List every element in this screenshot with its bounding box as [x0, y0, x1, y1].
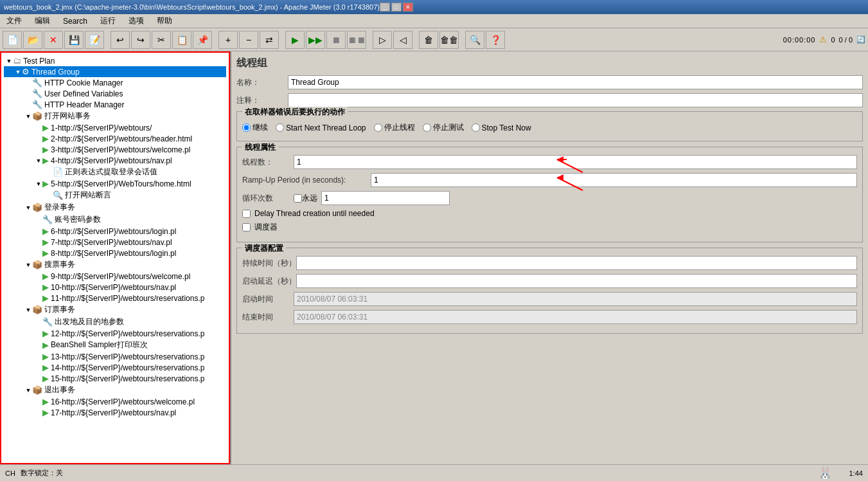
end-time-input[interactable] [294, 310, 857, 324]
save-button[interactable]: 💾 [64, 31, 84, 49]
menu-help[interactable]: 帮助 [153, 14, 176, 28]
menu-file[interactable]: 文件 [3, 14, 26, 28]
remote-stop-button[interactable]: ◁ [393, 31, 412, 49]
maximize-button[interactable]: □ [391, 3, 402, 12]
tree-item-regex1[interactable]: 📄 正则表达式提取登录会话值 [4, 166, 226, 178]
open-button[interactable]: 📂 [23, 31, 42, 49]
tree-item-tx4[interactable]: ▼ 📦 订票事务 [4, 304, 226, 316]
tree-item-s9[interactable]: ▶ 9-http://${ServerIP}/webtours/welcome.… [4, 271, 226, 282]
search-tb-button[interactable]: 🔍 [465, 31, 484, 49]
name-input[interactable] [288, 75, 863, 89]
tree-item-s2[interactable]: ▶ 2-http://${ServerIP}/webtours/header.h… [4, 133, 226, 144]
run-button[interactable]: ▶ [285, 31, 305, 49]
remote-start-button[interactable]: ▷ [373, 31, 392, 49]
save-as-button[interactable]: 📝 [85, 31, 104, 49]
tree-item-s6[interactable]: ▶ 6-http://${ServerIP}/webtours/login.pl [4, 226, 226, 237]
minimize-button[interactable]: _ [380, 3, 390, 12]
thread-props-content: 线程数： Ramp-Up Period (in seconds): [242, 152, 857, 233]
expand-icon-tg[interactable]: ▼ [14, 69, 22, 75]
tree-item-s5[interactable]: ▼ ▶ 5-http://${ServerIP}/WebTours/home.h… [4, 178, 226, 189]
tree-item-threadgroup[interactable]: ▼ ⚙ Thread Group [4, 66, 226, 77]
titlebar-controls[interactable]: _ □ ✕ [380, 3, 413, 12]
expand-s5[interactable]: ▼ [35, 181, 42, 187]
menu-run[interactable]: 运行 [96, 14, 120, 28]
tree-item-tx3[interactable]: ▼ 📦 搜票事务 [4, 259, 226, 271]
redo-button[interactable]: ↪ [131, 31, 150, 49]
tree-item-s16[interactable]: ▶ 16-http://${ServerIP}/webtours/welcome… [4, 396, 226, 407]
radio-start-next[interactable]: Start Next Thread Loop [276, 123, 366, 132]
tree-item-s13[interactable]: ▶ 13-http://${ServerIP}/webtours/reserva… [4, 351, 226, 362]
rampup-input[interactable] [371, 173, 857, 187]
scheduler-config-legend: 调度器配置 [242, 243, 286, 254]
tree-item-s15[interactable]: ▶ 15-http://${ServerIP}/webtours/reserva… [4, 373, 226, 384]
duration-input[interactable] [296, 256, 857, 270]
expand-tx1[interactable]: ▼ [24, 113, 32, 120]
main-area: ▼ 🗂 Test Plan ▼ ⚙ Thread Group 🔧 HTTP Co… [0, 51, 868, 464]
stop-button[interactable]: ⏹ [326, 31, 346, 49]
scheduler-config-content: 持续时间（秒） 启动延迟（秒） 启动时间 结束时间 [242, 253, 857, 324]
loop-input[interactable] [321, 191, 450, 205]
tree-label-params2: 出发地及目的地参数 [55, 316, 124, 327]
copy-button[interactable]: 📋 [172, 31, 191, 49]
forever-checkbox[interactable] [294, 194, 302, 203]
expand-button[interactable]: + [218, 31, 238, 49]
cut-button[interactable]: ✂ [152, 31, 171, 49]
scheduler-row: 调度器 [242, 222, 857, 233]
tree-item-s17[interactable]: ▶ 17-http://${ServerIP}/webtours/nav.pl [4, 407, 226, 418]
stop-now-button[interactable]: ⏹⏹ [347, 31, 366, 49]
start-time-input[interactable] [294, 292, 857, 306]
radio-stop-test[interactable]: 停止测试 [423, 122, 464, 133]
tree-item-s11[interactable]: ▶ 11-http://${ServerIP}/webtours/reserva… [4, 293, 226, 304]
undo-button[interactable]: ↩ [111, 31, 130, 49]
tree-item-s12[interactable]: ▶ 12-http://${ServerIP}/webtours/reserva… [4, 328, 226, 339]
tx2-icon: 📦 [32, 203, 42, 212]
comment-label: 注释： [236, 95, 288, 106]
tree-label-s11: 11-http://${ServerIP}/webtours/reservati… [51, 294, 204, 303]
expand-icon[interactable]: ▼ [5, 58, 13, 64]
tree-item-cookie[interactable]: 🔧 HTTP Cookie Manager [4, 77, 226, 88]
tree-item-s1[interactable]: ▶ 1-http://${ServerIP}/webtours/ [4, 122, 226, 133]
expand-tx2[interactable]: ▼ [24, 204, 32, 211]
clear-all-button[interactable]: 🗑🗑 [439, 31, 459, 49]
collapse-button[interactable]: − [239, 31, 258, 49]
menu-edit[interactable]: 编辑 [31, 14, 54, 28]
tree-item-uservars[interactable]: 🔧 User Defined Variables [4, 88, 226, 99]
toggle-button[interactable]: ⇄ [260, 31, 279, 49]
tree-item-httpheader[interactable]: 🔧 HTTP Header Manager [4, 99, 226, 110]
clear-button[interactable]: 🗑 [419, 31, 438, 49]
close-file-button[interactable]: ✕ [44, 31, 63, 49]
tree-item-beanshell[interactable]: ▶ BeanShell Sampler打印班次 [4, 339, 226, 351]
run-no-pause-button[interactable]: ▶▶ [306, 31, 325, 49]
scheduler-checkbox[interactable] [242, 223, 251, 231]
tree-item-s3[interactable]: ▶ 3-http://${ServerIP}/webtours/welcome.… [4, 144, 226, 155]
radio-stop-thread[interactable]: 停止线程 [374, 122, 415, 133]
tree-item-s10[interactable]: ▶ 10-http://${ServerIP}/webtours/nav.pl [4, 282, 226, 293]
tree-item-tx5[interactable]: ▼ 📦 退出事务 [4, 384, 226, 396]
expand-tx4[interactable]: ▼ [24, 307, 32, 313]
tree-item-listener1[interactable]: 🔍 打开网站断言 [4, 189, 226, 201]
radio-stop-test-now[interactable]: Stop Test Now [472, 123, 531, 132]
tree-label-regex1: 正则表达式提取登录会话值 [65, 167, 157, 177]
tree-item-testplan[interactable]: ▼ 🗂 Test Plan [4, 55, 226, 66]
tree-item-params2[interactable]: 🔧 出发地及目的地参数 [4, 316, 226, 328]
new-button[interactable]: 📄 [3, 31, 22, 49]
menu-options[interactable]: 选项 [125, 14, 148, 28]
tree-item-params1[interactable]: 🔧 账号密码参数 [4, 213, 226, 226]
menu-search[interactable]: Search [59, 15, 91, 27]
tree-item-s8[interactable]: ▶ 8-http://${ServerIP}/webtours/login.pl [4, 248, 226, 259]
delay-checkbox[interactable] [242, 210, 251, 218]
expand-s4[interactable]: ▼ [35, 158, 42, 164]
tree-item-s7[interactable]: ▶ 7-http://${ServerIP}/webtours/nav.pl [4, 237, 226, 248]
expand-tx5[interactable]: ▼ [24, 387, 32, 394]
tree-item-tx1[interactable]: ▼ 📦 打开网站事务 [4, 110, 226, 122]
radio-continue[interactable]: 继续 [242, 122, 268, 133]
tree-item-tx2[interactable]: ▼ 📦 登录事务 [4, 201, 226, 213]
close-button[interactable]: ✕ [403, 3, 413, 12]
tree-item-s14[interactable]: ▶ 14-http://${ServerIP}/webtours/reserva… [4, 362, 226, 373]
paste-button[interactable]: 📌 [193, 31, 212, 49]
expand-tx3[interactable]: ▼ [24, 262, 32, 268]
tree-item-s4[interactable]: ▼ ▶ 4-http://${ServerIP}/webtours/nav.pl [4, 155, 226, 166]
help-button[interactable]: ❓ [486, 31, 505, 49]
startup-delay-input[interactable] [296, 274, 857, 288]
comment-input[interactable] [288, 93, 863, 107]
